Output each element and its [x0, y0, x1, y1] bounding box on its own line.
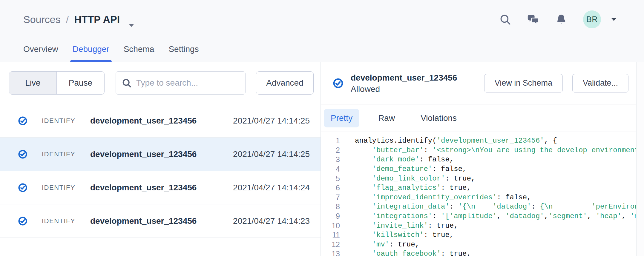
validate-button[interactable]: Validate...: [572, 74, 628, 92]
line-number: 5: [321, 174, 340, 183]
code-line: 11 'killswitch': true,: [321, 230, 636, 240]
live-button[interactable]: Live: [9, 72, 57, 94]
line-number: 4: [321, 165, 340, 173]
line-number: 13: [321, 249, 340, 256]
code-line: 5 'demo_link_color': true,: [321, 174, 636, 183]
tab-schema[interactable]: Schema: [124, 44, 154, 62]
line-number: 11: [321, 231, 340, 239]
account-menu-caret-down-icon[interactable]: [611, 17, 617, 21]
code-line: 12 'mv': true,: [321, 240, 636, 249]
code-text: 'demo_link_color': true,: [355, 175, 475, 183]
code-text: 'butter_bar': '<strong>\nYou are using t…: [355, 146, 636, 154]
top-header: Sources / HTTP API BR OverviewD: [0, 0, 644, 62]
notifications-bell-icon[interactable]: [555, 13, 568, 26]
allowed-check-circle-icon: [333, 78, 344, 89]
pause-button[interactable]: Pause: [57, 72, 104, 94]
detail-actions: View in Schema Validate...: [484, 74, 628, 92]
payload-code-viewer: 1analytics.identify('development_user_12…: [321, 132, 636, 256]
code-line: 10 'invite_link': true,: [321, 221, 636, 230]
tab-overview[interactable]: Overview: [23, 44, 58, 62]
code-line: 1analytics.identify('development_user_12…: [321, 136, 636, 146]
code-line: 8 'integration_data': '{\n 'datadog': {\…: [321, 202, 636, 212]
line-number: 3: [321, 155, 340, 164]
check-circle-icon: [18, 216, 27, 226]
line-number: 6: [321, 183, 340, 192]
event-row[interactable]: IDENTIFYdevelopment_user_1234562021/04/2…: [0, 104, 321, 138]
detail-event-title: development_user_123456: [351, 72, 457, 84]
code-line: 4 'demo_feature': false,: [321, 164, 636, 174]
tab-settings[interactable]: Settings: [168, 44, 199, 62]
detail-status-badge: Allowed: [351, 84, 457, 95]
event-timestamp: 2021/04/27 14:14:23: [233, 216, 310, 226]
messages-icon[interactable]: [527, 13, 539, 26]
code-text: 'oauth_facebook': true,: [355, 250, 471, 256]
detail-titles: development_user_123456 Allowed: [351, 72, 457, 95]
code-text: 'integration_data': '{\n 'datadog': {\n …: [355, 203, 636, 211]
code-text: 'invite_link': true,: [355, 222, 458, 230]
advanced-button[interactable]: Advanced: [256, 71, 314, 95]
event-name: development_user_123456: [90, 183, 197, 192]
avatar[interactable]: BR: [583, 10, 601, 28]
event-type-label: IDENTIFY: [42, 117, 90, 125]
code-line: 6 'flag_analytics': true,: [321, 183, 636, 193]
avatar-initials: BR: [586, 15, 598, 24]
event-timestamp: 2021/04/27 14:14:25: [233, 149, 310, 159]
code-line: 7 'improved_identity_overrides': false,: [321, 193, 636, 202]
code-text: analytics.identify('development_user_123…: [355, 137, 557, 145]
scrollbar-gutter[interactable]: [636, 62, 644, 256]
event-timestamp: 2021/04/27 14:14:24: [233, 183, 310, 192]
detail-tab-raw[interactable]: Raw: [371, 109, 402, 127]
debugger-event-list-panel: Live Pause Advanced IDENTIFYdevelopment_…: [0, 62, 321, 256]
check-circle-icon: [18, 116, 27, 126]
breadcrumb-separator: /: [66, 14, 69, 25]
code-text: 'killswitch': true,: [355, 231, 454, 239]
code-line: 9 'integrations': '['amplitude', 'datado…: [321, 212, 636, 221]
event-type-label: IDENTIFY: [42, 184, 90, 192]
line-number: 9: [321, 212, 340, 220]
detail-tab-pretty[interactable]: Pretty: [324, 109, 359, 127]
line-number: 7: [321, 193, 340, 202]
event-detail-content: development_user_123456 Allowed View in …: [321, 62, 636, 256]
tab-debugger[interactable]: Debugger: [73, 44, 109, 62]
code-text: 'mv': true,: [355, 240, 419, 249]
detail-tabs: PrettyRawViolations: [321, 104, 636, 132]
search-input-icon: [121, 78, 132, 88]
event-timestamp: 2021/04/27 14:14:25: [233, 116, 310, 126]
breadcrumb-section[interactable]: Sources: [23, 14, 61, 25]
line-number: 2: [321, 146, 340, 155]
event-list: IDENTIFYdevelopment_user_1234562021/04/2…: [0, 104, 321, 256]
detail-tab-violations[interactable]: Violations: [414, 109, 464, 127]
code-line: 3 'dark_mode': false,: [321, 155, 636, 164]
event-name: development_user_123456: [90, 216, 197, 226]
event-row[interactable]: IDENTIFYdevelopment_user_1234562021/04/2…: [0, 204, 321, 238]
view-in-schema-button[interactable]: View in Schema: [484, 74, 563, 92]
code-line: 13 'oauth_facebook': true,: [321, 249, 636, 256]
event-detail-panel: development_user_123456 Allowed View in …: [321, 62, 644, 256]
code-text: 'demo_feature': false,: [355, 165, 467, 173]
search-icon[interactable]: [499, 13, 511, 26]
check-circle-icon: [18, 149, 27, 159]
check-circle-icon: [18, 183, 27, 192]
main-tabs: OverviewDebuggerSchemaSettings: [23, 44, 199, 62]
event-type-label: IDENTIFY: [42, 150, 90, 158]
event-row[interactable]: IDENTIFYdevelopment_user_1234562021/04/2…: [0, 138, 321, 171]
line-number: 8: [321, 202, 340, 211]
search-input[interactable]: [136, 78, 240, 88]
line-number: 10: [321, 221, 340, 230]
event-row[interactable]: IDENTIFYdevelopment_user_1234562021/04/2…: [0, 171, 321, 204]
event-name: development_user_123456: [90, 116, 197, 126]
code-text: 'improved_identity_overrides': false,: [355, 193, 531, 201]
code-text: 'flag_analytics': true,: [355, 184, 471, 192]
content: Live Pause Advanced IDENTIFYdevelopment_…: [0, 62, 644, 256]
line-number: 12: [321, 240, 340, 249]
code-text: 'dark_mode': false,: [355, 155, 454, 164]
event-name: development_user_123456: [90, 149, 197, 159]
search-box: [116, 71, 246, 95]
detail-header: development_user_123456 Allowed View in …: [321, 62, 636, 104]
header-top-row: Sources / HTTP API BR: [0, 0, 644, 31]
code-line: 2 'butter_bar': '<strong>\nYou are using…: [321, 146, 636, 155]
header-actions: BR: [499, 10, 617, 28]
live-pause-toggle: Live Pause: [9, 71, 105, 95]
list-controls: Live Pause Advanced: [0, 62, 321, 104]
source-switcher-caret-down-icon[interactable]: [128, 18, 135, 22]
